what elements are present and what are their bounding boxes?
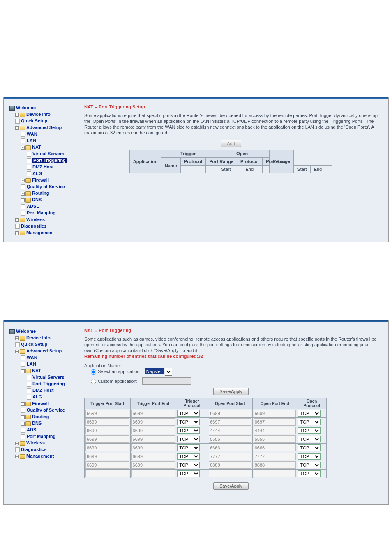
trigger-port-end-input[interactable]: [131, 461, 175, 469]
nav-diagnostics[interactable]: Diagnostics: [21, 223, 46, 228]
open-port-start-input[interactable]: [209, 461, 251, 469]
expand-icon[interactable]: +: [15, 113, 19, 117]
open-port-start-input[interactable]: [209, 444, 251, 451]
custom-application-input[interactable]: [142, 377, 191, 385]
save-apply-button-top[interactable]: Save/Apply: [213, 388, 249, 395]
nav-quick-setup[interactable]: Quick Setup: [21, 342, 47, 347]
collapse-icon[interactable]: −: [15, 126, 19, 130]
application-dropdown[interactable]: [165, 368, 172, 376]
save-apply-button-bottom[interactable]: Save/Apply: [213, 482, 249, 490]
nav-alg[interactable]: ALG: [32, 394, 42, 399]
nav-routing[interactable]: Routing: [32, 191, 49, 196]
open-port-start-input[interactable]: [209, 418, 251, 426]
nav-adsl[interactable]: ADSL: [27, 427, 39, 432]
nav-wan[interactable]: WAN: [27, 355, 37, 360]
open-protocol-select[interactable]: TCP: [298, 436, 321, 442]
collapse-icon[interactable]: −: [21, 146, 25, 150]
expand-icon[interactable]: +: [21, 192, 25, 196]
nav-port-triggering[interactable]: Port Triggering: [32, 158, 67, 163]
nav-wan[interactable]: WAN: [27, 131, 37, 136]
trigger-protocol-select[interactable]: TCP: [177, 410, 200, 417]
nav-management[interactable]: Management: [26, 454, 54, 458]
nav-quick-setup[interactable]: Quick Setup: [21, 118, 47, 123]
nav-wireless[interactable]: Wireless: [26, 217, 45, 222]
expand-icon[interactable]: +: [21, 402, 25, 406]
trigger-port-start-input[interactable]: [85, 470, 129, 477]
nav-dmz-host[interactable]: DMZ Host: [32, 388, 53, 393]
nav-welcome[interactable]: Welcome: [16, 329, 36, 334]
expand-icon[interactable]: +: [15, 455, 19, 458]
expand-icon[interactable]: +: [15, 231, 19, 235]
application-select[interactable]: Napster: [145, 368, 164, 374]
open-port-start-input[interactable]: [209, 427, 251, 434]
nav-port-mapping[interactable]: Port Mapping: [27, 434, 55, 439]
open-protocol-select[interactable]: TCP: [298, 410, 321, 417]
open-port-end-input[interactable]: [254, 444, 296, 451]
expand-icon[interactable]: +: [15, 218, 19, 222]
collapse-icon[interactable]: −: [15, 350, 19, 353]
nav-nat[interactable]: NAT: [32, 368, 41, 373]
nav-device-info[interactable]: Device Info: [26, 112, 51, 117]
nav-lan[interactable]: LAN: [27, 138, 36, 143]
trigger-protocol-select[interactable]: TCP: [177, 462, 200, 468]
trigger-protocol-select[interactable]: TCP: [177, 453, 200, 460]
trigger-port-start-input[interactable]: [85, 418, 129, 426]
open-port-end-input[interactable]: [254, 427, 296, 434]
trigger-port-start-input[interactable]: [85, 435, 129, 443]
expand-icon[interactable]: +: [21, 179, 25, 182]
open-port-start-input[interactable]: [209, 410, 251, 417]
trigger-protocol-select[interactable]: TCP: [177, 419, 200, 425]
trigger-protocol-select[interactable]: TCP: [177, 444, 200, 451]
nav-port-mapping[interactable]: Port Mapping: [27, 210, 55, 215]
open-port-end-input[interactable]: [254, 435, 296, 443]
nav-advanced-setup[interactable]: Advanced Setup: [26, 125, 62, 130]
open-port-end-input[interactable]: [254, 470, 296, 477]
open-protocol-select[interactable]: TCP: [298, 462, 321, 468]
trigger-port-end-input[interactable]: [131, 470, 175, 477]
trigger-protocol-select[interactable]: TCP: [177, 427, 200, 434]
open-port-end-input[interactable]: [254, 461, 296, 469]
trigger-port-end-input[interactable]: [131, 444, 175, 451]
nav-virtual-servers[interactable]: Virtual Servers: [32, 151, 64, 156]
nav-dns[interactable]: DNS: [32, 197, 42, 202]
trigger-protocol-select[interactable]: TCP: [177, 436, 200, 442]
open-protocol-select[interactable]: TCP: [298, 427, 321, 434]
nav-routing[interactable]: Routing: [32, 414, 49, 419]
open-port-end-input[interactable]: [254, 410, 296, 417]
expand-icon[interactable]: +: [21, 415, 25, 419]
nav-advanced-setup[interactable]: Advanced Setup: [26, 348, 62, 353]
nav-port-triggering[interactable]: Port Triggering: [32, 381, 65, 386]
open-protocol-select[interactable]: TCP: [298, 453, 321, 460]
nav-dns[interactable]: DNS: [32, 421, 42, 426]
trigger-protocol-select[interactable]: TCP: [177, 470, 200, 477]
open-protocol-select[interactable]: TCP: [298, 444, 321, 451]
nav-nat[interactable]: NAT: [32, 145, 41, 150]
trigger-port-end-input[interactable]: [131, 453, 175, 460]
trigger-port-start-input[interactable]: [85, 427, 129, 434]
trigger-port-start-input[interactable]: [85, 444, 129, 451]
trigger-port-end-input[interactable]: [131, 418, 175, 426]
open-port-start-input[interactable]: [209, 453, 251, 460]
nav-dmz-host[interactable]: DMZ Host: [32, 164, 53, 169]
trigger-port-start-input[interactable]: [85, 453, 129, 460]
nav-lan[interactable]: LAN: [27, 362, 36, 366]
expand-icon[interactable]: +: [21, 198, 25, 202]
open-port-end-input[interactable]: [254, 453, 296, 460]
expand-icon[interactable]: +: [21, 422, 25, 426]
add-button[interactable]: Add: [221, 140, 241, 147]
nav-qos[interactable]: Quality of Service: [27, 408, 65, 412]
trigger-port-start-input[interactable]: [85, 461, 129, 469]
expand-icon[interactable]: +: [15, 336, 19, 340]
trigger-port-end-input[interactable]: [131, 410, 175, 417]
trigger-port-start-input[interactable]: [85, 410, 129, 417]
expand-icon[interactable]: +: [15, 442, 19, 445]
open-port-start-input[interactable]: [209, 435, 251, 443]
open-protocol-select[interactable]: TCP: [298, 470, 321, 477]
nav-alg[interactable]: ALG: [32, 171, 42, 176]
nav-diagnostics[interactable]: Diagnostics: [21, 447, 46, 452]
nav-management[interactable]: Management: [26, 230, 54, 235]
trigger-port-end-input[interactable]: [131, 427, 175, 434]
trigger-port-end-input[interactable]: [131, 435, 175, 443]
nav-firewall[interactable]: Firewall: [32, 401, 49, 406]
open-port-start-input[interactable]: [209, 470, 251, 477]
